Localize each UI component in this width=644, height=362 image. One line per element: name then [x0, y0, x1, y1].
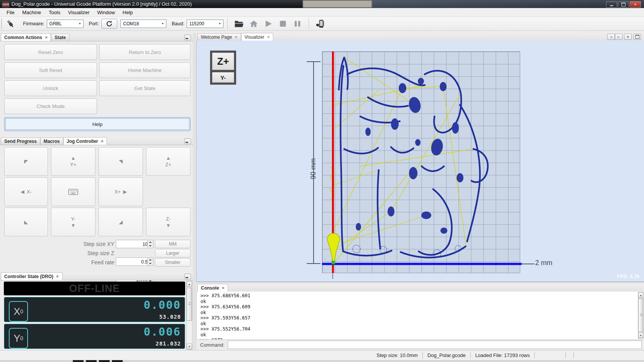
vertical-splitter[interactable] [193, 33, 196, 360]
step-larger-button[interactable]: Larger [155, 249, 191, 257]
pendant-button[interactable] [315, 18, 326, 29]
tab-welcome-page[interactable]: Welcome Page ✕ [197, 33, 241, 41]
close-tab-icon[interactable]: ✕ [222, 286, 225, 290]
scroll-down-icon[interactable]: ▼ [187, 344, 192, 349]
open-file-button[interactable] [233, 18, 245, 29]
tab-macros[interactable]: Macros [40, 138, 63, 145]
help-button[interactable]: Help [4, 117, 191, 131]
visualizer-canvas[interactable]: 90 mm 2 mm Z+ Y- FPS: 4.76 [196, 41, 644, 282]
editor-tab-row: Welcome Page ✕ Visualizer ✕ ◀ ▶ ▼ [196, 33, 644, 41]
close-tab-icon[interactable]: ✕ [235, 35, 238, 39]
jog-x-plus-button[interactable]: X+ ▶ [99, 177, 143, 206]
window-controls: ✕ [606, 1, 641, 8]
step-size-xy-input[interactable] [116, 240, 148, 249]
menu-item-machine[interactable]: Machine [19, 9, 44, 16]
baud-value: 115200 [189, 21, 204, 26]
get-state-button[interactable]: Get State [99, 80, 191, 96]
console-output[interactable]: >>> X75.686Y56.601 ok >>> X75.634Y56.609… [196, 292, 644, 339]
x-zero-button[interactable]: X0 [9, 301, 28, 322]
scroll-up-icon[interactable]: ▲ [187, 281, 192, 287]
step-size-z-spinner[interactable] [116, 257, 153, 266]
jog-z-plus-button[interactable]: ▲ Z+ [146, 147, 191, 176]
jog-diagonal-nw-button[interactable]: ◤ [4, 147, 48, 176]
scroll-down-icon[interactable]: ▼ [638, 333, 643, 338]
step-size-xy-spinner[interactable] [116, 240, 153, 248]
pause-button[interactable] [292, 18, 303, 29]
close-window-button[interactable]: ✕ [630, 1, 641, 8]
tab-send-progress[interactable]: Send Progress [1, 138, 40, 145]
step-smaller-button[interactable]: Smaller [155, 258, 191, 267]
close-tab-icon[interactable]: ✕ [267, 35, 270, 39]
jog-diagonal-sw-button[interactable]: ◣ [4, 208, 48, 236]
check-mode-button[interactable]: Check Mode [4, 98, 97, 114]
spin-up-icon[interactable] [149, 259, 152, 260]
tab-controller-state-dro[interactable]: Controller State (DRO) ✕ [1, 272, 62, 280]
minimize-panel-button[interactable] [184, 34, 191, 40]
jog-keyboard-button[interactable] [51, 177, 95, 206]
console-line: ok [200, 310, 644, 316]
spinner-arrows[interactable] [147, 258, 153, 265]
tab-jog-controller[interactable]: Jog Controller ✕ [63, 137, 107, 145]
arrow-se-icon: ◢ [119, 219, 123, 224]
maximize-window-button[interactable] [618, 1, 629, 8]
jog-diagonal-ne-button[interactable]: ◥ [99, 147, 143, 176]
scroll-tabs-left-button[interactable]: ◀ [607, 34, 615, 40]
minimize-panel-button[interactable] [184, 138, 191, 144]
jog-x-minus-button[interactable]: ◀ X- [4, 177, 48, 206]
reset-zero-button[interactable]: Reset Zero [4, 44, 97, 60]
menu-item-tools[interactable]: Tools [45, 9, 64, 16]
port-select[interactable]: COM18 ▼ [120, 20, 166, 28]
tab-state[interactable]: State [51, 34, 69, 41]
tab-console[interactable]: Console ✕ [197, 284, 228, 292]
return-to-zero-button[interactable]: Return to Zero [99, 44, 191, 60]
scroll-up-icon[interactable]: ▲ [638, 292, 643, 298]
scroll-tabs-right-button[interactable]: ▶ [615, 34, 623, 40]
send-button[interactable] [263, 18, 274, 29]
status-step-size: Step size: 10.0mm [372, 352, 422, 358]
y-zero-button[interactable]: Y0 [9, 328, 28, 349]
menu-item-window[interactable]: Window [94, 9, 118, 16]
menu-item-file[interactable]: File [3, 9, 18, 16]
dro-scrollbar-thumb[interactable] [187, 288, 192, 321]
arrow-left-icon: ◀ [21, 189, 25, 194]
return-home-button[interactable] [248, 18, 260, 29]
tab-list-dropdown-button[interactable]: ▼ [624, 34, 632, 40]
close-tab-icon[interactable]: ✕ [45, 36, 48, 39]
maximize-panel-button[interactable] [633, 34, 641, 40]
baud-select[interactable]: 115200 ▼ [187, 20, 223, 28]
minimize-window-button[interactable] [606, 1, 617, 8]
spin-down-icon[interactable] [149, 263, 152, 264]
titlebar-haze [372, 0, 644, 8]
menu-item-visualizer[interactable]: Visualizer [64, 9, 93, 16]
jog-diagonal-se-button[interactable]: ◢ [99, 208, 143, 236]
step-size-z-input[interactable] [116, 258, 148, 266]
jog-z-minus-button[interactable]: Z- ▼ [146, 208, 191, 236]
menu-item-help[interactable]: Help [119, 9, 136, 16]
home-machine-button[interactable]: Home Machine [99, 62, 191, 78]
toolbar-drag-handle[interactable] [1, 19, 3, 29]
minimize-panel-button[interactable] [184, 274, 191, 279]
spin-down-icon[interactable] [149, 245, 152, 247]
units-mm-button[interactable]: MM [155, 240, 191, 248]
spinner-arrows[interactable] [147, 240, 153, 248]
console-scrollbar-thumb[interactable] [638, 298, 643, 332]
jog-y-minus-button[interactable]: Y- ▼ [51, 208, 95, 236]
dro-scrollbar[interactable]: ▲ ▼ [186, 281, 192, 350]
tab-visualizer[interactable]: Visualizer ✕ [241, 33, 273, 41]
close-tab-icon[interactable]: ✕ [56, 275, 59, 278]
stop-button[interactable] [277, 18, 289, 29]
overlay-z-plus-button[interactable]: Z+ [212, 52, 234, 70]
soft-reset-button[interactable]: Soft Reset [4, 62, 97, 78]
command-input[interactable] [228, 341, 642, 349]
console-scrollbar[interactable]: ▲ ▼ [638, 292, 644, 339]
close-tab-icon[interactable]: ✕ [101, 139, 104, 143]
spin-up-icon[interactable] [149, 241, 152, 243]
jog-y-plus-button[interactable]: ▲ Y+ [51, 147, 95, 176]
unlock-button[interactable]: Unlock [4, 80, 97, 96]
tab-common-actions[interactable]: Common Actions ✕ [1, 33, 51, 41]
refresh-ports-button[interactable] [101, 19, 117, 29]
firmware-select[interactable]: GRBL ▼ [47, 20, 84, 28]
title-bar[interactable]: UGS Dog_Polar.gcode - Universal Gcode Pl… [0, 0, 644, 8]
command-label: Command: [200, 342, 225, 348]
overlay-y-minus-button[interactable]: Y- [212, 72, 234, 83]
